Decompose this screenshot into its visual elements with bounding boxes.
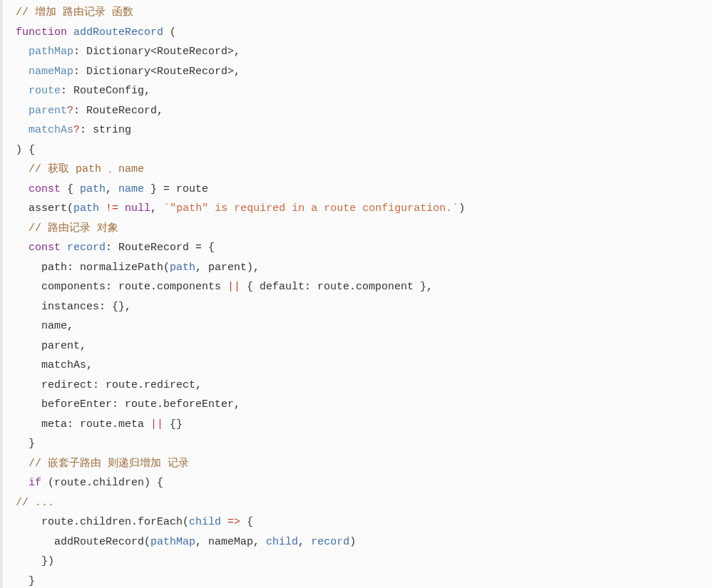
- code-token: assert(: [29, 202, 73, 215]
- code-token: : RouteRecord,: [73, 105, 163, 117]
- code-line: const record: RouteRecord = {: [16, 238, 713, 258]
- code-token: redirect: route.redirect,: [41, 379, 202, 391]
- code-token: } = route: [144, 183, 208, 195]
- code-token: record: [67, 242, 106, 254]
- code-line: path: normalizePath(path, parent),: [16, 258, 713, 278]
- code-token: , parent),: [195, 262, 260, 274]
- code-token: ): [458, 202, 465, 215]
- code-token: `"path" is required in a route configura…: [163, 202, 458, 215]
- code-line: matchAs?: string: [16, 120, 713, 140]
- code-token: route.children.forEach(: [41, 516, 189, 528]
- code-token: { default: route.component },: [240, 281, 433, 293]
- code-token: const: [29, 183, 61, 195]
- code-token: if: [29, 477, 41, 489]
- code-token: null: [125, 202, 150, 215]
- code-token: matchAs: [29, 124, 73, 136]
- code-line: pathMap: Dictionary<RouteRecord>,: [16, 42, 713, 62]
- code-token: }): [41, 555, 54, 567]
- code-token: name: [118, 183, 144, 195]
- code-token: [67, 26, 73, 38]
- code-token: [99, 202, 106, 215]
- code-line: components: route.components || { defaul…: [16, 277, 713, 297]
- code-line: // 获取 path 、name: [16, 160, 713, 180]
- code-block: // 增加 路由记录 函数function addRouteRecord ( p…: [0, 0, 713, 588]
- code-token: }: [29, 575, 35, 587]
- code-token: meta: route.meta: [41, 418, 150, 430]
- code-token: path: normalizePath(: [41, 262, 170, 274]
- code-token: }: [29, 438, 35, 450]
- code-token: : RouteRecord = {: [106, 242, 215, 254]
- code-line: // 路由记录 对象: [16, 219, 713, 239]
- code-token: ): [349, 536, 356, 548]
- code-token: {: [240, 516, 253, 528]
- code-line: redirect: route.redirect,: [16, 376, 713, 396]
- code-line: beforeEnter: route.beforeEnter,: [16, 395, 713, 415]
- code-token: ?: [73, 124, 80, 136]
- code-token: [61, 242, 67, 254]
- code-token: =>: [227, 516, 240, 528]
- code-token: , nameMap,: [195, 536, 266, 548]
- code-line: meta: route.meta || {}: [16, 415, 713, 435]
- code-line: if (route.children) {: [16, 473, 713, 493]
- code-token: name,: [41, 320, 73, 332]
- code-token: [118, 202, 125, 215]
- code-line: // ...: [16, 493, 713, 513]
- code-token: {}: [163, 418, 183, 430]
- code-token: record: [311, 536, 349, 548]
- code-token: addRouteRecord: [73, 26, 163, 38]
- code-line: name,: [16, 316, 713, 336]
- code-token: !=: [106, 202, 118, 215]
- code-line: assert(path != null, `"path" is required…: [16, 199, 713, 219]
- code-token: // 嵌套子路由 则递归增加 记录: [29, 458, 189, 470]
- code-token: (route.children) {: [41, 477, 163, 489]
- code-line: addRouteRecord(pathMap, nameMap, child, …: [16, 532, 713, 552]
- code-token: ||: [150, 418, 163, 430]
- code-token: function: [16, 26, 67, 38]
- code-token: parent: [29, 105, 67, 117]
- code-line: nameMap: Dictionary<RouteRecord>,: [16, 62, 713, 82]
- code-line: instances: {},: [16, 297, 713, 317]
- code-token: child: [189, 516, 221, 528]
- code-line: route: RouteConfig,: [16, 81, 713, 101]
- code-line: parent,: [16, 336, 713, 356]
- code-line: // 增加 路由记录 函数: [16, 3, 713, 23]
- code-token: : string: [80, 124, 131, 136]
- code-token: // 获取 path 、name: [29, 163, 144, 175]
- code-token: beforeEnter: route.beforeEnter,: [41, 398, 240, 411]
- code-token: nameMap: [29, 66, 73, 78]
- code-line: }: [16, 434, 713, 454]
- code-token: ,: [106, 183, 118, 195]
- code-token: // 路由记录 对象: [29, 222, 118, 234]
- code-token: path: [73, 202, 99, 215]
- code-token: ) {: [16, 144, 35, 156]
- code-token: (: [163, 26, 176, 38]
- code-line: // 嵌套子路由 则递归增加 记录: [16, 454, 713, 474]
- code-line: }): [16, 552, 713, 572]
- code-token: pathMap: [29, 46, 73, 58]
- code-line: route.children.forEach(child => {: [16, 512, 713, 532]
- code-token: components: route.components: [41, 281, 227, 293]
- code-token: [221, 516, 227, 528]
- code-token: child: [266, 536, 298, 548]
- code-token: path: [170, 262, 195, 274]
- code-token: const: [29, 242, 61, 254]
- code-token: ||: [227, 281, 240, 293]
- code-token: // ...: [16, 497, 54, 509]
- code-line: const { path, name } = route: [16, 180, 713, 200]
- code-token: {: [61, 183, 80, 195]
- code-token: : RouteConfig,: [61, 85, 150, 97]
- code-token: // 增加 路由记录 函数: [16, 6, 133, 19]
- code-line: parent?: RouteRecord,: [16, 101, 713, 121]
- code-token: : Dictionary<RouteRecord>,: [73, 66, 240, 78]
- code-token: ?: [67, 105, 73, 117]
- code-token: path: [80, 183, 106, 195]
- code-line: ) {: [16, 140, 713, 160]
- code-token: parent,: [41, 340, 86, 352]
- code-token: : Dictionary<RouteRecord>,: [73, 46, 240, 58]
- code-token: addRouteRecord(: [54, 536, 150, 548]
- code-line: function addRouteRecord (: [16, 23, 713, 43]
- code-token: ,: [298, 536, 311, 548]
- code-token: matchAs,: [41, 359, 93, 371]
- code-line: }: [16, 572, 713, 589]
- code-line: matchAs,: [16, 356, 713, 376]
